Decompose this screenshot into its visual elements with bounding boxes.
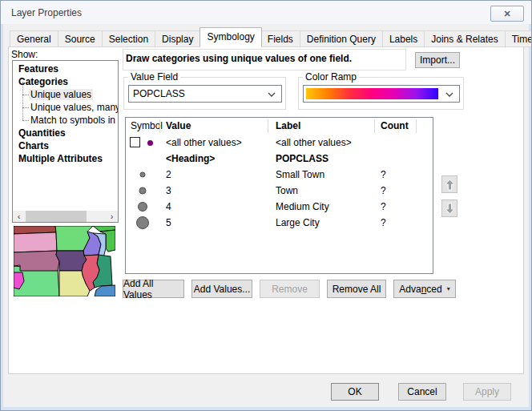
all-other-values-checkbox[interactable] [130,137,140,147]
cancel-button[interactable]: Cancel [398,383,446,401]
tab-bar: GeneralSourceSelectionDisplaySymbologyFi… [10,29,532,47]
show-label: Show: [11,49,38,60]
count-cell: ? [381,185,386,196]
show-list-item-label: Categories [18,76,68,87]
value-field-group-label: Value Field [128,71,180,83]
close-icon: ✕ [503,10,510,18]
show-list-item-label: Unique values [29,89,93,100]
advanced-button[interactable]: Advanced ▾ [393,280,456,298]
symbol-cell [126,183,159,199]
tab-symbology[interactable]: Symbology [200,27,261,47]
tab-general[interactable]: General [10,30,58,47]
symbology-rows: <all other values><all other values><Hea… [126,135,433,231]
tab-joins-relates[interactable]: Joins & Relates [425,30,505,47]
table-row[interactable]: <all other values><all other values> [126,135,433,151]
column-header-label: Label [276,120,300,131]
show-list-item[interactable]: Unique values, many [13,101,118,114]
show-list-scrollbar[interactable]: ‹ › [13,211,118,222]
show-list-item-label: Quantities [18,127,66,139]
symbology-table: Symbol Value Label Count <all other valu… [125,117,433,274]
value-field-value: POPCLASS [133,88,185,99]
dialog-body: GeneralSourceSelectionDisplaySymbologyFi… [3,24,529,407]
column-divider [374,119,375,133]
window-title: Layer Properties [11,7,82,18]
symbol-cell [126,199,159,215]
table-row[interactable]: 4Medium City? [126,199,433,215]
show-list-item-label: Features [18,63,58,75]
show-list-item[interactable]: Multiple Attributes [13,152,118,165]
value-field-select[interactable]: POPCLASS [128,85,282,103]
dropdown-arrow-icon: ▾ [447,285,450,292]
chevron-down-icon [445,92,453,97]
tab-selection[interactable]: Selection [103,30,155,47]
column-header-value: Value [166,120,191,131]
value-field-group: Value Field POPCLASS [123,77,286,110]
advanced-button-label: Advanced [399,284,441,295]
chevron-down-icon [268,92,276,97]
table-header: Symbol Value Label Count [126,118,433,135]
move-down-button[interactable] [441,199,457,217]
count-cell: ? [381,201,386,212]
show-list-item-label: Match to symbols in a [30,115,118,126]
show-list-item-label: Multiple Attributes [18,153,103,164]
arrow-up-icon [445,179,455,191]
color-ramp-preview [306,88,438,99]
label-cell: Small Town [276,169,324,180]
value-cell: 5 [166,217,171,228]
tab-labels[interactable]: Labels [383,30,425,47]
value-cell: <all other values> [166,137,242,148]
map-preview [14,226,115,296]
symbol-cell [126,167,159,183]
table-row[interactable]: 5Large City? [126,215,433,231]
table-row[interactable]: <Heading>POPCLASS [126,151,433,167]
show-list-item[interactable]: Unique values [13,88,118,101]
move-up-button[interactable] [441,175,457,193]
add-values-button[interactable]: Add Values... [191,280,252,298]
ok-button[interactable]: OK [331,383,379,401]
point-symbol-icon [136,216,149,229]
tab-fields[interactable]: Fields [261,30,300,47]
tab-time[interactable]: Time [506,30,532,47]
count-cell: ? [381,217,386,228]
color-ramp-group: Color Ramp [298,77,464,110]
table-row[interactable]: 2Small Town? [126,167,433,183]
point-symbol-icon [147,140,153,146]
scroll-right-button[interactable]: › [106,211,118,222]
color-ramp-select[interactable] [303,85,460,103]
symbol-cell [126,215,159,231]
scroll-left-button[interactable]: ‹ [13,211,25,222]
import-button[interactable]: Import... [415,52,460,68]
count-cell: ? [381,169,386,180]
close-button[interactable]: ✕ [490,6,524,22]
scroll-left-icon: ‹ [18,212,21,221]
table-row[interactable]: 3Town? [126,183,433,199]
point-symbol-icon [138,202,147,212]
column-divider [159,119,160,133]
tab-definition-query[interactable]: Definition Query [300,30,383,47]
show-tree: FeaturesCategoriesUnique valuesUnique va… [13,62,118,210]
show-list-item-label: Charts [18,140,49,151]
show-list-item[interactable]: Match to symbols in a [13,114,118,127]
label-cell: Medium City [276,201,329,212]
title-bar: Layer Properties ✕ [1,1,531,24]
column-divider [268,119,268,133]
value-cell: 3 [166,185,171,196]
instruction-panel: Draw categories using unique values of o… [123,49,406,71]
column-header-count: Count [381,120,409,131]
remove-button: Remove [260,280,320,298]
symbology-tab-page: Show: FeaturesCategoriesUnique valuesUni… [8,46,524,374]
tab-display[interactable]: Display [155,30,200,47]
scroll-right-icon: › [111,212,114,221]
symbol-cell [126,135,159,151]
show-list-item[interactable]: Features [13,62,118,75]
color-ramp-group-label: Color Ramp [303,71,359,83]
show-list-item[interactable]: Charts [13,139,118,152]
scrollbar-thumb[interactable] [26,211,87,222]
remove-all-button[interactable]: Remove All [327,280,386,298]
add-all-values-button[interactable]: Add All Values [123,280,184,298]
show-list-item-label: Unique values, many [30,102,118,113]
show-list-item[interactable]: Categories [13,75,118,88]
tab-source[interactable]: Source [58,30,103,47]
show-list-item[interactable]: Quantities [13,127,118,139]
show-list: FeaturesCategoriesUnique valuesUnique va… [12,60,119,223]
